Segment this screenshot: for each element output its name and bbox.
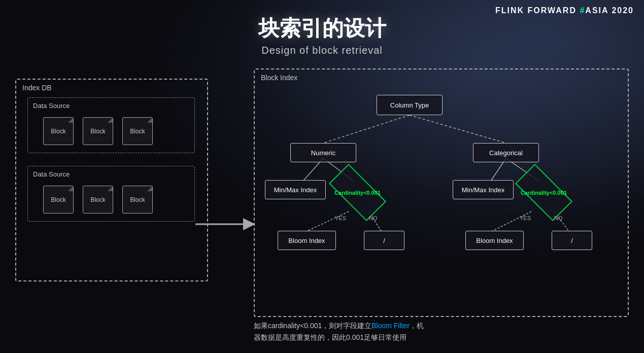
block-ear — [68, 118, 73, 123]
title-zh: 块索引的设计 — [0, 14, 644, 43]
bottom-text-line1: 如果cardinality<0.001，则对字段建立Bloom Filter，机 — [254, 320, 629, 331]
index-db-box: Index DB Data Source Block Block Block — [15, 79, 208, 281]
logo-hash: # — [580, 6, 585, 15]
logo-event: ASIA 2020 — [585, 6, 634, 15]
no-label-1: NO — [369, 215, 378, 221]
svg-line-10 — [491, 211, 531, 232]
block-index-box: Block Index Column Type — [254, 68, 629, 317]
block-item: Block — [83, 117, 113, 145]
bottom-text-suffix: ，机 — [410, 322, 424, 330]
slash-2: / — [552, 231, 592, 250]
logo-brand: FLINK FORWARD — [495, 6, 577, 15]
bottom-text-prefix: 如果cardinality<0.001，则对字段建立 — [254, 322, 371, 330]
block-ear — [108, 118, 113, 123]
block-ear — [68, 186, 73, 191]
no-label-2: NO — [554, 215, 563, 221]
block-index-label: Block Index — [261, 74, 297, 82]
bottom-text-line2: 器数据是高度重复性的，因此0.001足够日常使用 — [254, 332, 629, 343]
yes-label-1: YES — [335, 215, 346, 221]
data-source-box-2: Data Source Block Block Block — [27, 166, 195, 222]
block-item: Block — [43, 186, 74, 214]
minmax-index-2: Min/Max Index — [453, 180, 514, 199]
main-content: Index DB Data Source Block Block Block — [15, 68, 629, 343]
slash-1: / — [364, 231, 404, 250]
block-ear — [147, 118, 152, 123]
data-source-label-2: Data Source — [33, 170, 70, 178]
bloom-index-2: Bloom Index — [465, 231, 524, 250]
block-item: Block — [122, 117, 153, 145]
cardinality-diamond-2: Cardinality<0.001 — [517, 179, 570, 206]
index-db-label: Index DB — [22, 84, 52, 92]
svg-line-2 — [323, 115, 410, 143]
yes-label-2: YES — [520, 215, 531, 221]
cardinality-diamond-1: Cardinality<0.001 — [331, 179, 384, 206]
bloom-index-1: Bloom Index — [278, 231, 336, 250]
minmax-index-1: Min/Max Index — [265, 180, 326, 199]
block-item: Block — [83, 186, 113, 214]
title-en: Design of block retrieval — [0, 45, 644, 56]
block-ear — [147, 186, 152, 191]
svg-line-3 — [410, 115, 506, 143]
categorical-box: Categorical — [473, 143, 539, 162]
title-area: 块索引的设计 Design of block retrieval — [0, 14, 644, 56]
data-source-label-1: Data Source — [33, 102, 70, 110]
arrow-right — [195, 218, 256, 230]
block-item: Block — [43, 117, 74, 145]
bloom-filter-highlight: Bloom Filter — [371, 322, 410, 330]
blocks-row-1: Block Block Block — [43, 117, 153, 145]
bottom-text: 如果cardinality<0.001，则对字段建立Bloom Filter，机… — [254, 320, 629, 343]
blocks-row-2: Block Block Block — [43, 186, 153, 214]
data-source-box-1: Data Source Block Block Block — [27, 97, 195, 153]
numeric-box: Numeric — [290, 143, 356, 162]
svg-line-6 — [306, 211, 349, 232]
block-item: Block — [122, 186, 153, 214]
column-type-box: Column Type — [377, 95, 443, 115]
block-ear — [108, 186, 113, 191]
